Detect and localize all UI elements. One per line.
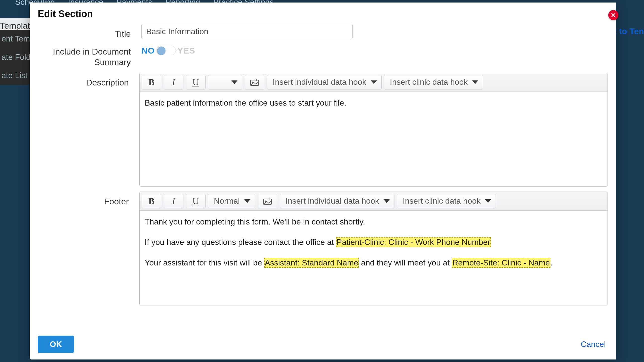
top-nav: Scheduling Insurance Payments Reporting …	[0, 0, 644, 3]
chevron-down-icon	[485, 199, 491, 203]
text: and they will meet you at	[359, 258, 452, 267]
underline-icon: U	[192, 78, 199, 87]
footer-p2: If you have any questions please contact…	[145, 236, 602, 249]
label-title: Title	[43, 24, 131, 39]
dropdown-label: Insert individual data hook	[273, 77, 366, 87]
data-hook-remote-site-name[interactable]: Remote-Site: Clinic - Name	[452, 258, 550, 268]
label-footer: Footer	[43, 192, 129, 207]
footer-p1: Thank you for completing this form. We'l…	[145, 216, 602, 228]
label-include-summary: Include in Document Summary	[43, 44, 131, 68]
image-icon	[263, 198, 272, 205]
chevron-down-icon	[231, 80, 237, 84]
bold-button[interactable]: B	[142, 194, 161, 208]
toggle-no-label: NO	[141, 46, 155, 56]
title-input[interactable]	[141, 24, 353, 39]
insert-individual-hook-select[interactable]: Insert individual data hook	[267, 75, 382, 89]
footer-toolbar: B I U Normal	[140, 192, 608, 211]
edit-section-modal: Edit Section Title Include in Document S…	[30, 3, 616, 359]
chevron-down-icon	[384, 199, 390, 203]
sidebar-item[interactable]: ate Folde	[0, 48, 30, 66]
footer-body[interactable]: Thank you for completing this form. We'l…	[140, 211, 608, 305]
data-hook-patient-clinic-phone[interactable]: Patient-Clinic: Clinic - Work Phone Numb…	[336, 237, 491, 247]
italic-icon: I	[172, 78, 175, 87]
italic-icon: I	[172, 197, 175, 206]
cancel-button[interactable]: Cancel	[581, 340, 606, 349]
text: If you have any questions please contact…	[145, 238, 336, 247]
chevron-down-icon	[472, 80, 478, 84]
data-hook-assistant-name[interactable]: Assistant: Standard Name	[264, 258, 359, 268]
description-body[interactable]: Basic patient information the office use…	[140, 92, 608, 186]
sidebar-item[interactable]: ent Templ	[0, 30, 30, 48]
image-icon	[250, 79, 259, 86]
dropdown-label: Insert clinic data hook	[403, 196, 481, 206]
insert-clinic-hook-select[interactable]: Insert clinic data hook	[384, 75, 483, 89]
insert-clinic-hook-select[interactable]: Insert clinic data hook	[397, 194, 496, 208]
italic-button[interactable]: I	[164, 194, 183, 208]
bold-icon: B	[148, 78, 154, 87]
underline-icon: U	[192, 197, 199, 206]
dropdown-label: Insert clinic data hook	[390, 77, 468, 87]
toggle-yes-label: YES	[177, 46, 195, 56]
footer-p3: Your assistant for this visit will be As…	[145, 257, 602, 269]
chevron-down-icon	[371, 80, 377, 84]
modal-title: Edit Section	[38, 9, 608, 19]
bold-icon: B	[148, 197, 154, 206]
description-toolbar: B I U	[140, 73, 608, 92]
bold-button[interactable]: B	[142, 75, 161, 89]
sidebar-item[interactable]: ate List	[0, 66, 30, 85]
insert-image-button[interactable]	[258, 194, 277, 208]
underline-button[interactable]: U	[186, 194, 206, 208]
label-description: Description	[43, 73, 129, 88]
dropdown-label: Insert individual data hook	[286, 196, 379, 206]
underline-button[interactable]: U	[186, 75, 206, 89]
description-text: Basic patient information the office use…	[145, 97, 602, 109]
insert-image-button[interactable]	[245, 75, 264, 89]
close-icon	[611, 12, 616, 18]
style-select[interactable]: Normal	[208, 194, 255, 208]
style-select[interactable]	[208, 75, 242, 89]
toggle-knob	[157, 47, 166, 55]
sidebar: ent Templ ate Folde ate List	[0, 30, 30, 85]
text: .	[550, 258, 553, 267]
close-button[interactable]	[608, 10, 618, 20]
chevron-down-icon	[244, 199, 250, 203]
footer-editor: B I U Normal	[139, 192, 608, 305]
italic-button[interactable]: I	[164, 75, 183, 89]
text: Your assistant for this visit will be	[145, 258, 264, 267]
include-summary-toggle[interactable]	[156, 46, 176, 55]
ok-button[interactable]: OK	[38, 336, 74, 353]
insert-individual-hook-select[interactable]: Insert individual data hook	[280, 194, 394, 208]
dropdown-label: Normal	[214, 196, 240, 206]
description-editor: B I U	[139, 73, 608, 187]
